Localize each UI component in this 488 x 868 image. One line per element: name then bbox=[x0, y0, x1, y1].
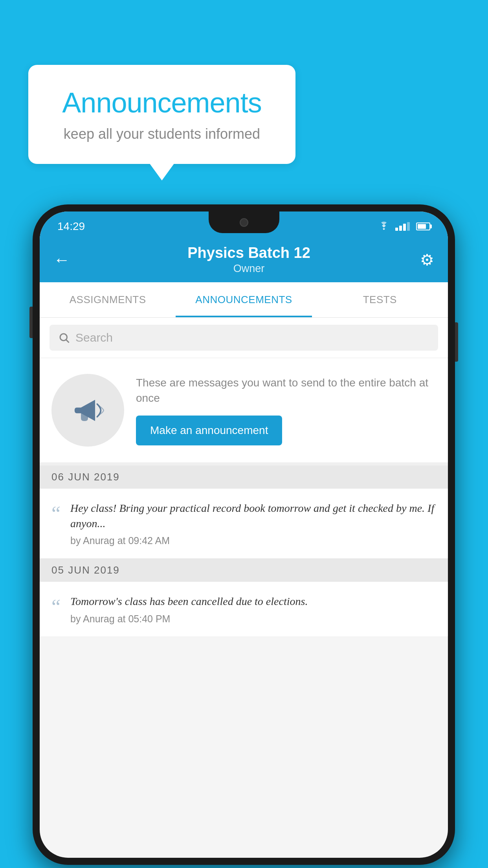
announcement-content-2: Tomorrow's class has been cancelled due … bbox=[70, 594, 436, 624]
bubble-subtitle: keep all your students informed bbox=[48, 126, 276, 142]
status-time: 14:29 bbox=[57, 220, 85, 233]
svg-line-1 bbox=[66, 340, 69, 343]
tabs-bar: ASSIGNMENTS ANNOUNCEMENTS TESTS bbox=[40, 282, 448, 318]
search-input-wrap[interactable]: Search bbox=[50, 325, 438, 351]
app-bar-title: Physics Batch 12 bbox=[78, 245, 420, 261]
search-placeholder: Search bbox=[75, 331, 113, 344]
announcement-text-2: Tomorrow's class has been cancelled due … bbox=[70, 594, 436, 609]
status-icons bbox=[377, 221, 430, 232]
promo-content: These are messages you want to send to t… bbox=[136, 375, 436, 445]
tab-announcements[interactable]: ANNOUNCEMENTS bbox=[176, 282, 312, 317]
date-separator-2: 05 JUN 2019 bbox=[40, 559, 448, 582]
bubble-title: Announcements bbox=[48, 86, 276, 119]
phone-screen: 14:29 bbox=[40, 211, 448, 858]
megaphone-icon bbox=[70, 393, 106, 428]
announcement-content-1: Hey class! Bring your practical record b… bbox=[70, 500, 436, 546]
phone-outer: 14:29 bbox=[33, 204, 455, 865]
date-separator-1: 06 JUN 2019 bbox=[40, 465, 448, 489]
battery-icon bbox=[416, 223, 430, 230]
app-bar-title-area: Physics Batch 12 Owner bbox=[78, 245, 420, 275]
announcement-meta-1: by Anurag at 09:42 AM bbox=[70, 535, 436, 546]
app-bar-subtitle: Owner bbox=[78, 263, 420, 275]
volume-button bbox=[29, 307, 33, 338]
announcement-item-2[interactable]: “ Tomorrow's class has been cancelled du… bbox=[40, 582, 448, 636]
front-camera bbox=[240, 218, 248, 227]
announcement-text-1: Hey class! Bring your practical record b… bbox=[70, 500, 436, 531]
speech-bubble: Announcements keep all your students inf… bbox=[28, 65, 295, 164]
announcement-item-1[interactable]: “ Hey class! Bring your practical record… bbox=[40, 489, 448, 559]
make-announcement-button[interactable]: Make an announcement bbox=[136, 416, 282, 445]
tab-tests[interactable]: TESTS bbox=[312, 282, 448, 317]
search-container: Search bbox=[40, 318, 448, 358]
promo-description: These are messages you want to send to t… bbox=[136, 375, 436, 406]
svg-point-0 bbox=[60, 334, 67, 341]
announcement-meta-2: by Anurag at 05:40 PM bbox=[70, 613, 436, 625]
quote-icon-1: “ bbox=[51, 504, 61, 524]
phone-wrapper: 14:29 bbox=[33, 204, 455, 865]
phone-notch bbox=[209, 211, 279, 233]
app-bar: ← Physics Batch 12 Owner ⚙ bbox=[40, 237, 448, 282]
back-button[interactable]: ← bbox=[53, 250, 70, 269]
announcement-icon-circle bbox=[51, 374, 124, 447]
wifi-icon bbox=[377, 221, 391, 232]
power-button bbox=[455, 322, 458, 362]
search-icon bbox=[58, 332, 70, 344]
promo-block: These are messages you want to send to t… bbox=[40, 358, 448, 465]
tab-assignments[interactable]: ASSIGNMENTS bbox=[40, 282, 176, 317]
quote-icon-2: “ bbox=[51, 597, 61, 617]
settings-icon[interactable]: ⚙ bbox=[420, 251, 434, 269]
signal-icon bbox=[395, 222, 410, 231]
